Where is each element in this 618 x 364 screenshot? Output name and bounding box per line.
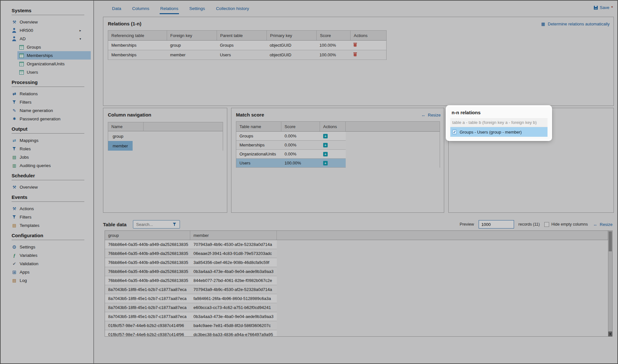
column-header: Name: [108, 122, 144, 131]
table-data-row[interactable]: 76bb86e4-0a35-440b-a949-da2526813835 06e…: [105, 249, 277, 258]
divider: [12, 87, 84, 87]
sidebar-item[interactable]: AD ▾: [1, 34, 91, 43]
group-guid-cell: 76bb86e4-0a35-440b-a949-da2526813835: [105, 242, 190, 247]
sidebar-heading-configuration: Configuration: [1, 229, 93, 240]
sidebar-item[interactable]: Users: [17, 68, 91, 76]
tab[interactable]: Data: [111, 4, 122, 14]
sidebar-item[interactable]: Settings: [1, 243, 91, 251]
checkbox-unchecked-icon[interactable]: [544, 222, 549, 227]
determine-relations-button[interactable]: Determine relations automatically: [540, 22, 610, 26]
sidebar-item[interactable]: HR500 ▸: [1, 26, 91, 34]
match-score-row[interactable]: Groups 0.00%: [236, 132, 346, 141]
score-cell: 0.00%: [281, 134, 320, 138]
hide-empty-columns-label: Hide empty columns: [551, 222, 588, 227]
sidebar-item[interactable]: Relations: [1, 89, 91, 98]
sidebar-item[interactable]: Jobs: [1, 153, 91, 161]
group-guid-cell: 76bb86e4-0a35-440b-a949-da2526813835: [105, 251, 190, 256]
relations-table-body: Memberships group Groups objectGUID 100.…: [108, 41, 386, 60]
sidebar-item-label: Variables: [20, 253, 37, 258]
sidebar-item[interactable]: Templates: [1, 221, 91, 229]
sidebar-item[interactable]: Overview: [1, 18, 91, 26]
sidebar-item[interactable]: Name generation: [1, 106, 91, 115]
sidebar-item[interactable]: Memberships: [17, 51, 91, 60]
group-guid-cell: 01f8cf57-98e7-44e6-b2b2-c9387c414f96: [105, 323, 190, 328]
tab[interactable]: Collection history: [215, 4, 250, 14]
sidebar-item[interactable]: Password generation: [1, 115, 91, 123]
column-navigation-title: Column navigation: [103, 108, 227, 120]
group-guid-cell: 8a7043b5-18f8-45e1-b2b7-c1877aa87eca: [105, 287, 190, 292]
add-relation-icon[interactable]: [323, 134, 328, 138]
column-row[interactable]: member: [108, 141, 223, 151]
table-data-row[interactable]: 01f8cf57-98e7-44e6-b2b2-c9387c414f96 ba4…: [105, 321, 277, 330]
sidebar: Systems Overview HR500 ▸: [1, 1, 94, 363]
sidebar-item[interactable]: Overview: [1, 183, 91, 191]
resize-button[interactable]: Resize: [420, 113, 441, 117]
table-data-row[interactable]: 8a7043b5-18f8-45e1-b2b7-c1877aa87eca e60…: [105, 303, 277, 312]
delete-relation-icon[interactable]: [353, 42, 358, 47]
match-score-row[interactable]: Users 100.00%: [236, 159, 346, 168]
sidebar-item-label: Relations: [20, 91, 38, 96]
add-relation-icon[interactable]: [323, 161, 328, 165]
sidebar-item[interactable]: Groups: [17, 43, 91, 51]
sidebar-heading-output: Output: [1, 123, 93, 133]
users-icon: [12, 36, 17, 41]
jobs-icon: [12, 155, 17, 160]
table-data-row[interactable]: 76bb86e4-0a35-440b-a949-da2526813835 3a8…: [105, 258, 277, 267]
sidebar-item[interactable]: Filters: [1, 98, 91, 106]
table-scrollbar[interactable]: [608, 231, 612, 336]
column-header: member: [190, 231, 277, 240]
nn-relation-option[interactable]: Groups - Users (group - member): [450, 127, 548, 137]
table-data-grid: group member 76bb86e4-0a35-440b-a949-da2…: [105, 230, 613, 337]
sidebar-item[interactable]: Log: [1, 276, 91, 285]
sidebar-item[interactable]: Apps: [1, 268, 91, 276]
delete-relation-icon[interactable]: [353, 52, 358, 57]
checkbox-checked-icon[interactable]: [452, 130, 457, 134]
sidebar-item[interactable]: Actions: [1, 204, 91, 213]
scrollbar-thumb[interactable]: [609, 231, 612, 251]
sidebar-item[interactable]: Filters: [1, 213, 91, 221]
relation-row[interactable]: Memberships member Users objectGUID 100.…: [108, 50, 386, 60]
table-data-row[interactable]: 8a7043b5-18f8-45e1-b2b7-c1877aa87eca 707…: [105, 285, 277, 294]
search-input[interactable]: [136, 222, 170, 227]
table-data-row[interactable]: 8a7043b5-18f8-45e1-b2b7-c1877aa87eca 0b3…: [105, 312, 277, 321]
sidebar-item[interactable]: Mappings: [1, 136, 91, 145]
add-relation-icon[interactable]: [323, 143, 328, 147]
sidebar-item[interactable]: Variables: [1, 251, 91, 259]
table-icon: [19, 61, 24, 66]
sidebar-item[interactable]: OrganizationalUnits: [17, 60, 91, 68]
expander-icon[interactable]: ▾: [80, 37, 81, 41]
search-box[interactable]: [133, 220, 180, 229]
search-filter-icon[interactable]: [172, 222, 177, 227]
table-data-row[interactable]: 76bb86e4-0a35-440b-a949-da2526813835 0b3…: [105, 267, 277, 276]
tab[interactable]: Columns: [132, 4, 150, 14]
member-guid-cell: ba4c9aee-7e81-45d8-8f2d-586f3606207c: [190, 323, 277, 328]
log-icon: [12, 278, 17, 283]
tab[interactable]: Relations: [160, 4, 179, 14]
column-name-cell: member: [108, 141, 133, 151]
sidebar-item-label: Name generation: [20, 108, 53, 113]
sidebar-section-configuration: Configuration Settings Variables: [1, 229, 93, 285]
expander-icon[interactable]: ▸: [80, 29, 81, 32]
sidebar-item[interactable]: Auditing queries: [1, 161, 91, 170]
gear-icon: [12, 245, 17, 249]
relation-row[interactable]: Memberships group Groups objectGUID 100.…: [108, 41, 386, 50]
sidebar-section-events: Events Actions Filters: [1, 191, 93, 229]
hide-empty-columns-toggle[interactable]: Hide empty columns: [544, 222, 588, 227]
column-row[interactable]: group: [108, 131, 223, 141]
scroll-down-button[interactable]: [608, 331, 612, 336]
match-score-row[interactable]: Memberships 0.00%: [236, 141, 346, 150]
preview-count-input[interactable]: [479, 220, 514, 229]
add-relation-icon[interactable]: [323, 152, 328, 156]
match-score-row[interactable]: OrganizationalUnits 0.00%: [236, 150, 346, 159]
sidebar-item[interactable]: Validation: [1, 259, 91, 268]
table-data-row[interactable]: 8a7043b5-18f8-45e1-b2b7-c1877aa87eca fa9…: [105, 294, 277, 303]
table-data-resize-button[interactable]: Resize: [592, 222, 613, 227]
table-data-row[interactable]: 76bb86e4-0a35-440b-a949-da2526813835 844…: [105, 276, 277, 285]
sidebar-item[interactable]: Roles: [1, 145, 91, 153]
preview-label: Preview: [460, 222, 474, 227]
table-data-row[interactable]: 01f8cf57-98e7-44e6-b2b2-c9387c414f96 dc3…: [105, 330, 277, 337]
save-button[interactable]: Save *: [594, 5, 613, 10]
variables-icon: [12, 253, 17, 258]
table-data-row[interactable]: 76bb86e4-0a35-440b-a949-da2526813835 707…: [105, 240, 277, 249]
tab[interactable]: Settings: [189, 4, 206, 14]
